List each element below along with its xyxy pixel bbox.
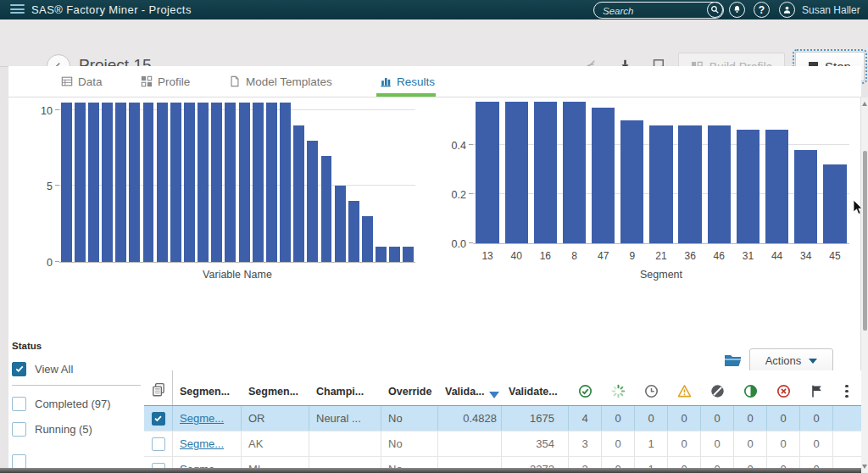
column-header-completed-icon[interactable] <box>569 370 602 405</box>
x-tick-label: 36 <box>676 250 704 262</box>
row-checkbox[interactable] <box>152 412 165 426</box>
bar <box>198 103 209 262</box>
checkbox[interactable] <box>12 454 26 469</box>
vertical-scrollbar[interactable] <box>860 97 868 473</box>
count-cell: 0 <box>800 406 833 431</box>
variable-importance-chart: 0510 <box>59 103 415 263</box>
project-toolbar: Project 15 Build Profile Stop <box>0 19 868 67</box>
tab-profile[interactable]: Profile <box>141 66 190 97</box>
user-avatar-icon[interactable] <box>779 2 795 18</box>
status-filter-list: View AllCompleted (97)Running (5) <box>12 356 141 473</box>
count-cell: 0 <box>668 406 701 431</box>
bar <box>184 103 195 262</box>
x-tick-label: 9 <box>618 250 647 262</box>
open-folder-icon[interactable] <box>724 353 742 371</box>
cell: No <box>381 431 438 456</box>
scroll-up-arrow-icon[interactable] <box>862 102 867 106</box>
y-tick-label: 0.4 <box>439 140 466 152</box>
table-row[interactable]: Segme...ORNeural ...No0.4828167540000000 <box>144 406 861 431</box>
scroll-down-arrow-icon[interactable] <box>862 465 867 469</box>
column-header-skipped-icon[interactable] <box>701 370 734 405</box>
search-icon[interactable] <box>707 2 723 18</box>
y-tick-mark <box>469 242 473 243</box>
cell: AK <box>242 431 309 456</box>
x-tick-label: 44 <box>763 250 792 262</box>
column-header-valida[interactable]: Valida... <box>438 370 502 405</box>
column-header-champi[interactable]: Champi... <box>309 370 381 405</box>
bar <box>620 120 643 243</box>
cell: 1675 <box>502 406 569 431</box>
cell: Segme... <box>173 431 242 456</box>
checkbox[interactable] <box>12 422 26 437</box>
bar <box>143 103 154 262</box>
data-table-icon <box>61 75 73 87</box>
column-header-validate[interactable]: Validate... <box>502 370 569 405</box>
cell: Segme... <box>173 406 242 431</box>
actions-dropdown-button[interactable]: Actions <box>749 348 833 373</box>
active-tab-underline <box>376 93 436 97</box>
kebab-menu-icon[interactable] <box>845 385 849 398</box>
cell <box>309 431 381 456</box>
copy-rows-icon[interactable] <box>144 370 173 405</box>
results-bar-chart-icon <box>380 75 392 87</box>
bar <box>61 103 72 262</box>
hamburger-menu-icon[interactable] <box>10 4 25 15</box>
cell: Neural ... <box>309 406 381 431</box>
bar <box>534 102 557 243</box>
column-header-running-icon[interactable] <box>602 370 635 405</box>
cell: No <box>381 406 438 431</box>
tab-model-templates[interactable]: Model Templates <box>229 66 332 97</box>
bar <box>649 125 672 243</box>
column-header-segmen[interactable]: Segmen... <box>173 370 242 405</box>
sort-desc-icon <box>489 392 499 398</box>
scrollbar-thumb[interactable] <box>863 151 867 331</box>
x-tick-label: 46 <box>704 250 733 262</box>
right-chart-x-axis-label: Segment <box>473 269 849 281</box>
y-tick-label: 10 <box>25 105 53 117</box>
bar <box>678 125 701 243</box>
bar <box>266 103 277 262</box>
column-header-partial-icon[interactable] <box>734 370 767 405</box>
bar <box>794 150 817 243</box>
app-window: SAS® Factory Miner - Projects ? Susan Ha… <box>0 0 868 473</box>
column-header-pending-icon[interactable] <box>635 370 668 405</box>
bar <box>102 103 113 262</box>
bar <box>321 156 332 262</box>
kebab-menu-icon[interactable] <box>833 370 861 405</box>
table-row[interactable]: Segme...AKNo35430100000 <box>144 431 861 457</box>
left-chart-x-axis-label: Variable Name <box>59 269 415 281</box>
tab-data[interactable]: Data <box>61 66 103 97</box>
column-header-segmen[interactable]: Segmen... <box>242 370 309 405</box>
bar <box>253 103 264 262</box>
search-input[interactable] <box>601 3 704 18</box>
notifications-bell-icon[interactable] <box>729 2 745 18</box>
user-name[interactable]: Susan Haller <box>802 4 860 16</box>
actions-label: Actions <box>765 354 802 367</box>
segment-link[interactable]: Segme... <box>180 412 224 425</box>
search-box[interactable] <box>593 2 724 19</box>
checkbox[interactable] <box>12 397 26 411</box>
y-tick-label: 0.0 <box>439 238 466 250</box>
document-icon <box>229 75 241 87</box>
bar <box>157 103 168 262</box>
bar <box>765 130 788 243</box>
row-checkbox[interactable] <box>152 437 165 451</box>
y-tick-mark <box>469 193 473 194</box>
segment-link[interactable]: Segme... <box>180 437 224 450</box>
bar <box>115 103 126 262</box>
column-header-failed-icon[interactable] <box>767 370 800 405</box>
count-cell: 0 <box>701 406 734 431</box>
count-cell: 1 <box>635 431 668 456</box>
column-header-flag-icon[interactable] <box>800 370 833 405</box>
tab-results[interactable]: Results <box>380 66 435 97</box>
help-icon[interactable]: ? <box>754 2 770 18</box>
count-cell: 0 <box>602 431 635 456</box>
column-header-warning-icon[interactable] <box>668 370 701 405</box>
row-checkbox-cell <box>144 431 173 456</box>
column-header-override[interactable]: Override <box>381 370 438 405</box>
count-cell: 0 <box>701 431 734 456</box>
count-cell: 0 <box>734 406 767 431</box>
checkbox[interactable] <box>12 362 26 376</box>
bar <box>280 103 291 262</box>
bar <box>563 102 586 243</box>
